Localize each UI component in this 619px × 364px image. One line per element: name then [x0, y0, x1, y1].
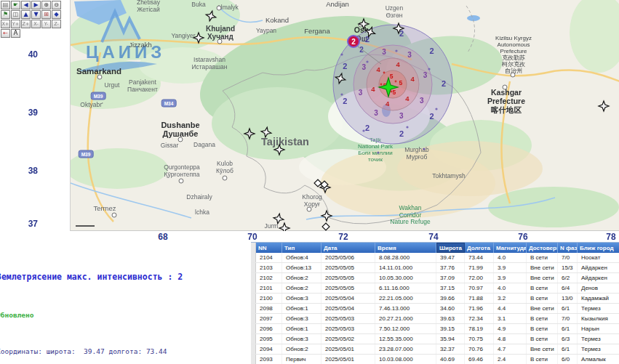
toolbar-row-2: ⚑◫▲▼⊞◆: [1, 10, 62, 20]
table-row[interactable]: 2094Обнов:22025/05/0123.28.07.00032.3770…: [251, 344, 619, 355]
table-cell: 35.94: [436, 334, 465, 344]
table-cell: 6/0: [558, 355, 578, 364]
city-intensity-badge-value: 2: [351, 38, 356, 46]
table-row[interactable]: 2097Обнов:32025/05/0320.27.21.00039.6372…: [251, 314, 619, 324]
table-cell: Обнов:3: [282, 334, 322, 344]
table-header-9[interactable]: N фаз: [558, 243, 578, 253]
diamond-button[interactable]: ◆: [52, 10, 61, 19]
label-a-button[interactable]: A: [11, 29, 20, 38]
lat-label-40: 40: [19, 49, 38, 60]
intensity-label-3-1: 3: [423, 71, 428, 79]
intensity-label-3-3: 3: [399, 112, 404, 120]
aftershock-dot-1: [395, 81, 397, 83]
zoom-out-button[interactable]: ⊖: [52, 1, 61, 9]
table-cell: 71.88: [465, 294, 494, 303]
table-cell: 3.1: [494, 314, 527, 323]
camera-button[interactable]: ▤: [1, 1, 10, 9]
aftershock-dot-3: [380, 84, 383, 86]
table-header-4[interactable]: Время: [375, 243, 436, 253]
table-cell: Обнов:1: [282, 324, 322, 333]
zoom-in-button[interactable]: ⊕: [41, 1, 51, 9]
table-cell: 2096: [256, 324, 282, 333]
settlement-dot-1: [362, 129, 364, 132]
lon-label-70: 70: [241, 232, 263, 242]
table-row[interactable]: 2102Обнов:22025/05/0510.05.30.00037.0972…: [251, 273, 619, 283]
table-cell: 2025/05/05: [322, 283, 375, 293]
table-header-2[interactable]: Тип: [282, 243, 322, 253]
table-cell: 72.00: [465, 273, 494, 283]
table-cell: 2102: [256, 273, 282, 283]
app-window: ЦАИИЗ ▤☛◀▶⊕⊖⚑◫▲▼⊞◆X+Y+Z+X-Y-Z-←A Zhetisa…: [0, 0, 619, 364]
z-minus-button[interactable]: Z-: [52, 20, 61, 28]
station-diamond-icon-0: [314, 179, 322, 187]
settlement-dot-5: [366, 60, 368, 62]
table-header-5[interactable]: Широта: [436, 243, 465, 253]
table-cell: В сети: [527, 334, 558, 344]
station-star-icon-6: [599, 101, 609, 111]
table-header-3[interactable]: Дата: [322, 243, 375, 253]
x-plus-button[interactable]: X+: [1, 20, 10, 28]
intensity-label-4-0: 4: [396, 60, 401, 68]
table-cell: 3.9: [494, 273, 527, 283]
table-cell: Кадамжай: [578, 294, 619, 303]
table-cell: 2093: [256, 355, 282, 364]
pan-right-button[interactable]: ▶: [31, 1, 41, 9]
table-row[interactable]: 2100Обнов:32025/05/0422.21.05.00039.6671…: [251, 294, 619, 304]
table-row[interactable]: 2098Обнов:12025/05/047.46.13.00034.6071.…: [251, 304, 619, 314]
table-cell: 2104: [256, 253, 282, 262]
pointer-button[interactable]: ☛: [11, 1, 20, 9]
pan-down-button[interactable]: ▼: [31, 10, 41, 19]
table-cell: Вне сети: [527, 304, 558, 313]
z-plus-button[interactable]: Z+: [21, 20, 31, 28]
table-cell: Денов: [578, 283, 619, 293]
table-header-7[interactable]: Магнитуда: [494, 243, 527, 253]
panel-button[interactable]: ◫: [11, 10, 20, 19]
table-header-6[interactable]: Долгота: [465, 243, 494, 253]
pan-left-button[interactable]: ◀: [21, 1, 31, 9]
station-star-icon-11: [273, 213, 284, 225]
truck-button[interactable]: ⊞: [41, 10, 51, 19]
table-cell: 6/4: [558, 283, 578, 293]
table-cell: 73.44: [465, 253, 494, 262]
lon-label-68: 68: [152, 232, 174, 242]
intensity-label-4-4: 4: [371, 85, 375, 93]
table-cell: 4.0: [494, 283, 527, 293]
table-header-8[interactable]: Достоверност: [527, 243, 558, 253]
lon-label-72: 72: [332, 232, 354, 242]
table-cell: 2098: [256, 304, 282, 313]
table-cell: Обнов:2: [282, 273, 322, 283]
table-row[interactable]: 2095Обнов:32025/05/0212.55.35.00035.9470…: [251, 334, 619, 344]
table-row[interactable]: 2104Обнов:42025/05/068.08.28.00039.4773.…: [251, 253, 619, 263]
intensity-label-3-0: 3: [407, 51, 412, 59]
table-row[interactable]: 2103Обнов:132025/05/0514.11.01.00037.767…: [251, 263, 619, 273]
table-cell: Обнов:13: [282, 263, 322, 272]
table-row[interactable]: 2101Обнов:22025/05/056.11.16.00037.1570.…: [251, 283, 619, 294]
pan-up-button[interactable]: ▲: [21, 10, 31, 19]
y-plus-button[interactable]: Y+: [11, 20, 20, 28]
intensity-label-2-7: 2: [343, 62, 347, 70]
table-cell: В сети: [527, 355, 558, 364]
table-row[interactable]: 2093Первич2025/05/0110.03.08.00040.6969.…: [251, 355, 619, 364]
table-cell: Айдаркен: [578, 273, 619, 283]
back-button[interactable]: ←: [1, 29, 10, 38]
table-cell: Термез: [578, 344, 619, 354]
aftershock-dot-0: [383, 72, 386, 74]
intensity-label-2-4: 2: [399, 129, 404, 138]
table-cell: Термез: [578, 304, 619, 313]
x-minus-button[interactable]: X-: [31, 20, 41, 28]
y-minus-button[interactable]: Y-: [41, 20, 51, 28]
table-cell: 12.55.35.000: [375, 334, 436, 344]
row-selector: [251, 324, 256, 333]
table-cell: 37.09: [436, 273, 465, 283]
intensity-label-3-7: 3: [382, 48, 386, 56]
table-header-1[interactable]: NN: [256, 243, 282, 253]
table-header-10[interactable]: Ближ город: [578, 243, 619, 253]
station-star-icon-9: [274, 145, 284, 155]
table-cell: В сети: [527, 324, 558, 333]
intensity-label-3-5: 3: [359, 89, 363, 97]
flag-button[interactable]: ⚑: [1, 10, 10, 19]
settlement-dot-3: [435, 108, 437, 110]
table-cell: 71.99: [465, 263, 494, 272]
row-selector: [251, 355, 256, 364]
table-row[interactable]: 2096Обнов:12025/05/037.50.12.00039.1578.…: [251, 324, 619, 334]
